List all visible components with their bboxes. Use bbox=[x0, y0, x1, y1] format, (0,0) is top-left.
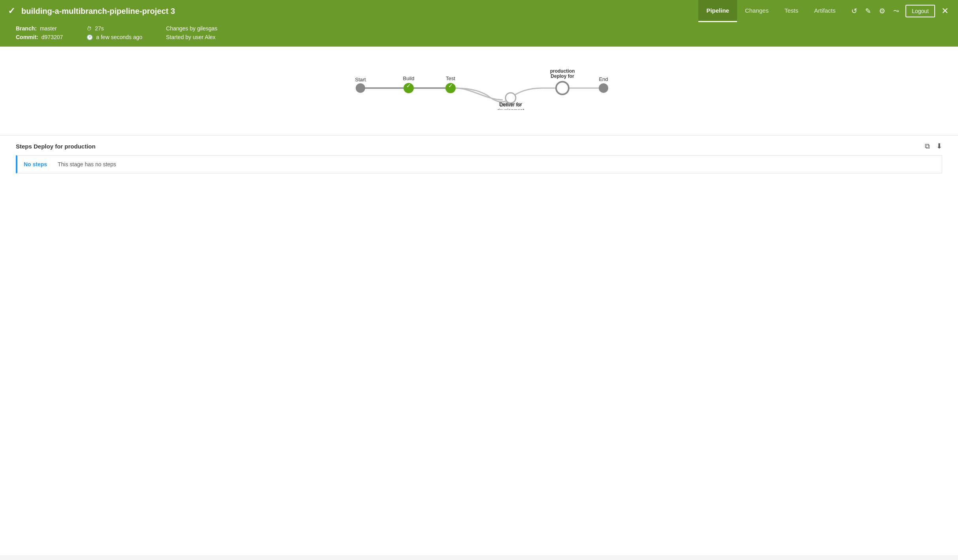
pipeline-node-start[interactable] bbox=[356, 83, 365, 93]
steps-title: Steps Deploy for production bbox=[16, 143, 96, 150]
sub-header: Branch: master Commit: d973207 ⏱ 27s 🕐 a… bbox=[8, 22, 950, 47]
meta-right: Changes by gilesgas Started by user Alex bbox=[166, 25, 217, 40]
tab-pipeline[interactable]: Pipeline bbox=[698, 0, 737, 22]
page-title: building-a-multibranch-pipeline-project … bbox=[21, 7, 692, 16]
tab-tests[interactable]: Tests bbox=[777, 0, 806, 22]
clock-icon: ⏱ bbox=[87, 26, 92, 32]
edit-icon: ✎ bbox=[865, 7, 871, 15]
duration-item: ⏱ 27s bbox=[87, 25, 142, 32]
login-icon: ⤳ bbox=[893, 7, 899, 15]
steps-header: Steps Deploy for production ⧉ ⬇ bbox=[16, 135, 942, 155]
pipeline-label-end: End bbox=[599, 76, 608, 82]
branch-label: Branch: bbox=[16, 25, 37, 32]
settings-icon: ⚙ bbox=[879, 7, 885, 15]
external-link-icon: ⧉ bbox=[925, 142, 930, 150]
started-value: Started by user Alex bbox=[166, 34, 217, 40]
branch-item: Branch: master bbox=[16, 25, 63, 32]
deliver-label-line2: development bbox=[497, 108, 524, 110]
header-top: ✓ building-a-multibranch-pipeline-projec… bbox=[8, 0, 950, 22]
check-icon: ✓ bbox=[8, 6, 15, 16]
pipeline-diagram: Start ✓ Build ✓ Test Deliver for End bbox=[321, 62, 637, 111]
time-icon: 🕐 bbox=[87, 34, 93, 40]
commit-item: Commit: d973207 bbox=[16, 34, 63, 40]
pipeline-label-start: Start bbox=[355, 77, 366, 83]
header: ✓ building-a-multibranch-pipeline-projec… bbox=[0, 0, 958, 47]
deploy-label-line1: Deploy for bbox=[551, 73, 574, 79]
header-actions: ↺ ✎ ⚙ ⤳ Logout ✕ bbox=[850, 4, 950, 18]
changes-value: Changes by gilesgas bbox=[166, 25, 217, 32]
deploy-label-line2: production bbox=[550, 68, 575, 74]
download-icon: ⬇ bbox=[936, 142, 942, 150]
meta-center: ⏱ 27s 🕐 a few seconds ago bbox=[87, 25, 142, 40]
steps-section: Steps Deploy for production ⧉ ⬇ No steps… bbox=[0, 135, 958, 173]
steps-actions: ⧉ ⬇ bbox=[925, 142, 942, 150]
nav-tabs: Pipeline Changes Tests Artifacts bbox=[698, 0, 843, 22]
reload-button[interactable]: ↺ bbox=[850, 5, 859, 17]
settings-button[interactable]: ⚙ bbox=[877, 5, 887, 17]
build-check-icon: ✓ bbox=[406, 83, 411, 89]
reload-icon: ↺ bbox=[851, 7, 857, 15]
step-row: No steps This stage has no steps bbox=[16, 155, 942, 173]
logout-button[interactable]: Logout bbox=[905, 5, 935, 17]
pipeline-svg: Start ✓ Build ✓ Test Deliver for End bbox=[321, 62, 637, 110]
commit-value: d973207 bbox=[41, 34, 63, 40]
pipeline-label-build: Build bbox=[403, 75, 415, 81]
pipeline-container: Start ✓ Build ✓ Test Deliver for End bbox=[0, 47, 958, 135]
edit-button[interactable]: ✎ bbox=[864, 5, 873, 17]
download-button[interactable]: ⬇ bbox=[936, 142, 942, 150]
deliver-label-line1: Deliver for bbox=[500, 102, 522, 108]
step-description: This stage has no steps bbox=[58, 161, 116, 167]
close-button[interactable]: ✕ bbox=[940, 4, 950, 18]
tab-changes[interactable]: Changes bbox=[737, 0, 777, 22]
time-item: 🕐 a few seconds ago bbox=[87, 34, 142, 40]
time-value: a few seconds ago bbox=[96, 34, 142, 40]
main-content: Start ✓ Build ✓ Test Deliver for End bbox=[0, 47, 958, 555]
tab-artifacts[interactable]: Artifacts bbox=[806, 0, 843, 22]
pipeline-node-deploy[interactable] bbox=[556, 82, 569, 94]
branch-value: master bbox=[40, 25, 57, 32]
commit-label: Commit: bbox=[16, 34, 38, 40]
login-icon-button[interactable]: ⤳ bbox=[892, 5, 901, 17]
test-check-icon: ✓ bbox=[448, 83, 453, 89]
pipeline-label-test: Test bbox=[446, 75, 455, 81]
meta-left: Branch: master Commit: d973207 bbox=[16, 25, 63, 40]
pipeline-node-end[interactable] bbox=[599, 83, 608, 93]
step-label: No steps bbox=[24, 161, 51, 167]
duration-value: 27s bbox=[95, 25, 104, 32]
external-link-button[interactable]: ⧉ bbox=[925, 142, 930, 150]
